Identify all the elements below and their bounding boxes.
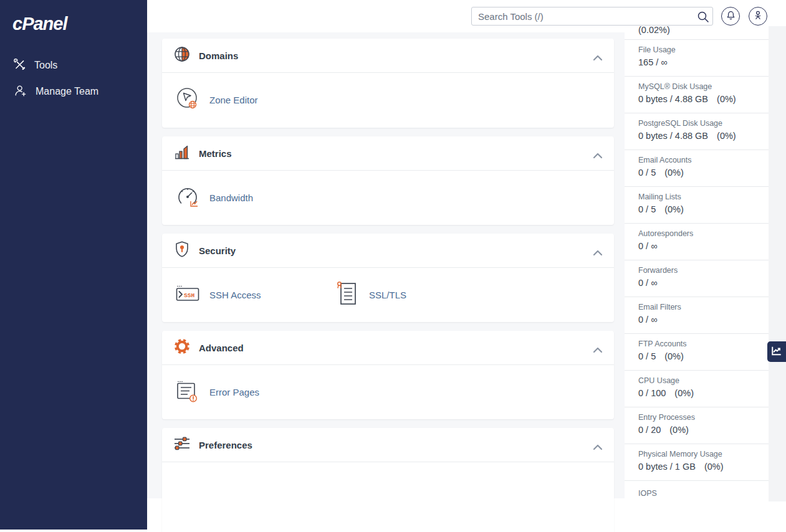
stat-file-usage: File Usage 165 / ∞ <box>625 40 769 77</box>
tool-label: Error Pages <box>209 387 259 397</box>
user-icon <box>753 10 763 22</box>
tool-zone-editor[interactable]: Zone Editor <box>175 86 322 115</box>
tools-icon <box>14 59 26 73</box>
tool-ssl-tls[interactable]: SSL/TLS <box>334 280 481 310</box>
search-icon[interactable] <box>697 11 709 23</box>
tool-bandwidth[interactable]: Bandwidth <box>175 184 322 212</box>
cpanel-logo[interactable]: cPanel <box>12 14 67 34</box>
stat-postgresql-disk-usage: PostgreSQL Disk Usage 0 bytes / 4.88 GB(… <box>625 113 769 150</box>
tool-error-pages[interactable]: Error Pages <box>175 378 322 407</box>
stats-scrollbar[interactable] <box>769 26 786 501</box>
stat-row-partial: (0.02%) <box>625 26 769 40</box>
tool-ssh-access[interactable]: SSH SSH Access <box>175 281 322 310</box>
section-title: Metrics <box>199 148 232 159</box>
stats-list: (0.02%) File Usage 165 / ∞ MySQL® Disk U… <box>625 26 769 501</box>
cpanel-page: cPanel Tools <box>0 0 786 532</box>
bell-icon <box>726 10 736 23</box>
stat-cpu-usage: CPU Usage 0 / 100(0%) <box>625 371 769 407</box>
svg-text:SSH: SSH <box>184 292 194 298</box>
section-advanced: Advanced <box>162 331 614 419</box>
tool-label: SSH Access <box>209 290 261 300</box>
section-metrics-header[interactable]: Metrics <box>162 136 614 171</box>
error-document-icon <box>175 378 201 407</box>
tool-label: Zone Editor <box>209 95 258 105</box>
certificate-icon <box>334 280 360 310</box>
section-domains: Domains <box>162 39 614 128</box>
person-plus-icon <box>14 85 27 99</box>
stat-physical-memory-usage: Physical Memory Usage 0 bytes / 1 GB(0%) <box>625 444 769 481</box>
section-domains-header[interactable]: Domains <box>162 39 614 73</box>
section-metrics: Metrics <box>162 136 614 225</box>
sidebar-item-label: Manage Team <box>36 86 98 97</box>
sidebar-nav: Tools Manage Team <box>0 52 147 105</box>
section-title: Security <box>199 245 236 256</box>
globe-icon <box>173 45 191 65</box>
tools-sections: Domains <box>162 39 614 532</box>
stat-mysql-disk-usage: MySQL® Disk Usage 0 bytes / 4.88 GB(0%) <box>625 77 769 113</box>
stat-ftp-accounts: FTP Accounts 0 / 5(0%) <box>625 334 769 371</box>
zone-editor-icon <box>175 86 201 115</box>
stat-email-filters: Email Filters 0 / ∞ <box>625 297 769 334</box>
stat-autoresponders: Autoresponders 0 / ∞ <box>625 224 769 260</box>
account-button[interactable] <box>749 7 767 26</box>
sidebar-item-label: Tools <box>34 60 57 71</box>
chevron-up-icon[interactable] <box>593 150 603 156</box>
chevron-up-icon[interactable] <box>593 344 603 351</box>
ssh-terminal-icon: SSH <box>175 281 201 310</box>
section-title: Preferences <box>199 440 252 450</box>
section-advanced-header[interactable]: Advanced <box>162 331 614 365</box>
section-preferences: Preferences <box>162 428 614 532</box>
shield-icon <box>173 240 191 260</box>
section-security-header[interactable]: Security <box>162 234 614 268</box>
trend-chart-icon <box>771 345 782 359</box>
sidebar: cPanel Tools <box>0 0 147 530</box>
stat-email-accounts: Email Accounts 0 / 5(0%) <box>625 150 769 187</box>
notifications-button[interactable] <box>721 7 740 26</box>
search-input[interactable] <box>471 7 713 26</box>
stat-entry-processes: Entry Processes 0 / 20(0%) <box>625 407 769 444</box>
chevron-up-icon[interactable] <box>593 52 603 59</box>
section-title: Advanced <box>199 343 244 353</box>
gear-icon <box>173 338 191 358</box>
statistics-panel: (0.02%) File Usage 165 / ∞ MySQL® Disk U… <box>625 26 786 501</box>
chevron-up-icon[interactable] <box>593 247 603 254</box>
stat-iops: IOPS <box>625 481 769 501</box>
sidebar-item-manage-team[interactable]: Manage Team <box>0 78 147 105</box>
analytics-toggle-button[interactable] <box>767 341 786 362</box>
section-security: Security SSH SSH Access <box>162 234 614 322</box>
stat-forwarders: Forwarders 0 / ∞ <box>625 260 769 297</box>
stat-mailing-lists: Mailing Lists 0 / 5(0%) <box>625 187 769 224</box>
tool-label: Bandwidth <box>209 192 253 203</box>
tool-label: SSL/TLS <box>369 290 406 300</box>
section-preferences-header[interactable]: Preferences <box>162 428 614 462</box>
sidebar-item-tools[interactable]: Tools <box>0 52 147 78</box>
sliders-icon <box>173 435 191 455</box>
bar-chart-icon <box>173 143 191 163</box>
chevron-up-icon[interactable] <box>593 442 603 448</box>
speedometer-icon <box>175 184 201 212</box>
section-title: Domains <box>199 50 238 61</box>
